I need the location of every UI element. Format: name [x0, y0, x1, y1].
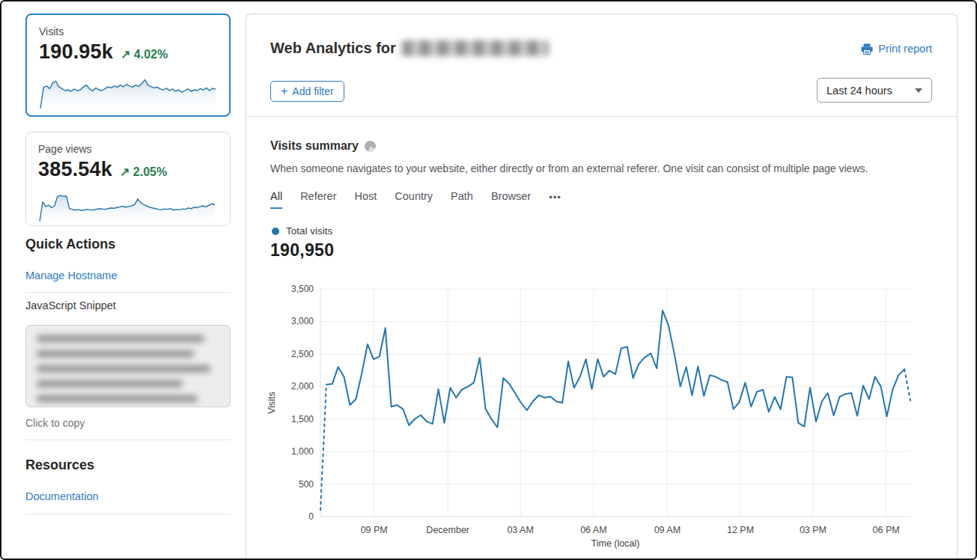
add-filter-button[interactable]: + Add filter: [270, 81, 344, 102]
svg-text:03 AM: 03 AM: [507, 525, 533, 535]
svg-text:Time (local): Time (local): [591, 538, 640, 549]
total-visits-value: 190,950: [270, 240, 334, 261]
pageviews-card-label: Page views: [38, 143, 218, 155]
printer-icon: [861, 43, 873, 55]
documentation-link[interactable]: Documentation: [25, 490, 99, 502]
legend-label: Total visits: [286, 225, 332, 237]
header-divider: [246, 116, 957, 117]
page-title: Web Analytics for: [270, 40, 549, 57]
visits-summary-description: When someone navigates to your website, …: [270, 162, 929, 174]
visits-card-delta: ↗ 4.02%: [121, 47, 168, 61]
visits-metric-card[interactable]: Visits 190.95k ↗ 4.02%: [25, 13, 231, 117]
tab-referer[interactable]: Referer: [300, 190, 336, 209]
tab-all[interactable]: All: [270, 190, 282, 209]
print-report-label: Print report: [878, 43, 932, 55]
svg-text:06 AM: 06 AM: [580, 525, 606, 535]
redacted-code-line: [37, 350, 194, 357]
svg-text:3,000: 3,000: [291, 316, 314, 326]
svg-text:Visits: Visits: [267, 392, 277, 414]
javascript-snippet-label: JavaScript Snippet: [25, 299, 116, 311]
print-report-button[interactable]: Print report: [861, 43, 932, 55]
main-panel: Web Analytics for Print report + Add fil…: [246, 13, 958, 559]
sidebar: Visits 190.95k ↗ 4.02% Page views 385.54…: [25, 13, 231, 226]
visits-card-value: 190.95k: [39, 40, 113, 64]
visits-line-chart: 05001,0001,5002,0002,5003,0003,50009 PMD…: [257, 281, 938, 557]
time-range-value: Last 24 hours: [827, 85, 892, 97]
summary-tabs: AllRefererHostCountryPathBrowser•••: [270, 190, 561, 209]
svg-text:09 AM: 09 AM: [654, 525, 681, 535]
svg-text:December: December: [426, 525, 469, 535]
sidebar-divider: [25, 292, 231, 293]
pageviews-metric-card[interactable]: Page views 385.54k ↗ 2.05%: [25, 132, 231, 226]
redacted-code-line: [37, 365, 210, 372]
tab-path[interactable]: Path: [451, 190, 473, 209]
manage-hostname-link[interactable]: Manage Hostname: [25, 270, 118, 281]
visits-summary-title: Visits summary: [270, 139, 376, 153]
redacted-domain: [402, 40, 549, 56]
resources-title: Resources: [25, 457, 94, 473]
up-arrow-icon: ↗: [120, 165, 130, 178]
sidebar-divider: [25, 514, 231, 514]
svg-text:09 PM: 09 PM: [361, 525, 388, 535]
svg-text:1,000: 1,000: [291, 446, 314, 457]
svg-text:2,000: 2,000: [291, 381, 314, 392]
svg-text:500: 500: [299, 479, 314, 490]
line-chart-svg: 05001,0001,5002,0002,5003,0003,50009 PMD…: [257, 281, 938, 554]
svg-text:06 PM: 06 PM: [873, 525, 900, 535]
pageviews-sparkline-chart: [38, 184, 218, 226]
help-pie-icon[interactable]: [365, 141, 376, 152]
svg-text:3,500: 3,500: [291, 284, 314, 294]
up-arrow-icon: ↗: [121, 48, 130, 61]
click-to-copy-hint: Click to copy: [25, 417, 85, 429]
redacted-code-line: [37, 380, 183, 387]
svg-text:12 PM: 12 PM: [727, 525, 754, 535]
chart-legend: Total visits: [272, 225, 332, 237]
tab-country[interactable]: Country: [395, 190, 433, 209]
tab-more[interactable]: •••: [549, 190, 561, 209]
chevron-down-icon: [915, 88, 922, 93]
time-range-dropdown[interactable]: Last 24 hours: [817, 78, 932, 103]
pageviews-card-value: 385.54k: [38, 158, 112, 181]
redacted-code-line: [37, 335, 204, 342]
sidebar-divider: [25, 439, 231, 440]
svg-text:0: 0: [308, 511, 314, 522]
svg-text:2,500: 2,500: [291, 349, 314, 359]
tab-browser[interactable]: Browser: [491, 190, 531, 209]
legend-dot-icon: [272, 228, 279, 235]
visits-sparkline-chart: [39, 67, 219, 113]
svg-text:03 PM: 03 PM: [800, 525, 827, 535]
visits-card-label: Visits: [39, 25, 217, 37]
quick-actions-title: Quick Actions: [25, 237, 115, 252]
redacted-code-line: [37, 395, 198, 402]
plus-icon: +: [281, 85, 287, 97]
tab-host[interactable]: Host: [354, 190, 377, 209]
svg-text:1,500: 1,500: [291, 414, 314, 424]
javascript-snippet-code-redacted[interactable]: [25, 325, 231, 407]
pageviews-card-delta: ↗ 2.05%: [120, 165, 167, 179]
app-window: Visits 190.95k ↗ 4.02% Page views 385.54…: [0, 0, 977, 560]
